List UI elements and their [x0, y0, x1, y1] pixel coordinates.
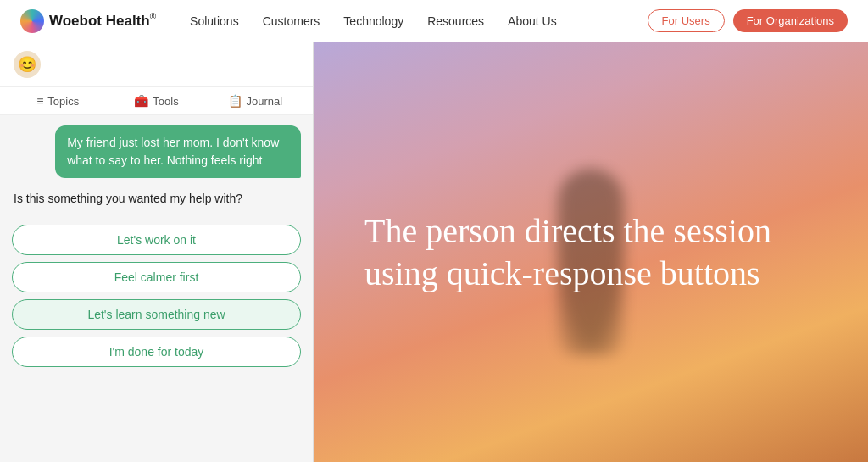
- tab-tools-label: Tools: [153, 95, 178, 108]
- nav-customers[interactable]: Customers: [263, 14, 320, 28]
- quick-reply-feel-calmer[interactable]: Feel calmer first: [12, 262, 301, 292]
- tools-icon: 🧰: [134, 94, 148, 108]
- tab-topics[interactable]: ≡ Topics: [8, 87, 107, 114]
- quick-replies: Let's work on it Feel calmer first Let's…: [12, 221, 301, 370]
- chat-tabs: ≡ Topics 🧰 Tools 📋 Journal: [0, 87, 313, 115]
- quick-reply-learn-something[interactable]: Let's learn something new: [12, 299, 301, 330]
- journal-icon: 📋: [228, 94, 242, 108]
- navbar: Woebot Health® Solutions Customers Techn…: [0, 0, 868, 42]
- nav-about-us[interactable]: About Us: [508, 14, 557, 28]
- logo-sup: ®: [150, 12, 156, 21]
- hero-panel: The person directs the session using qui…: [314, 42, 868, 462]
- logo-text: Woebot Health®: [49, 12, 156, 30]
- for-organizations-button[interactable]: For Organizations: [733, 9, 848, 32]
- quick-reply-work-on-it[interactable]: Let's work on it: [12, 225, 301, 255]
- hero-background: The person directs the session using qui…: [314, 42, 868, 462]
- tab-journal-label: Journal: [247, 95, 283, 108]
- user-message: My friend just lost her mom. I don't kno…: [55, 125, 301, 178]
- woebot-avatar: 😊: [14, 51, 41, 78]
- chat-header: 😊: [0, 42, 313, 87]
- logo: Woebot Health®: [20, 9, 156, 33]
- chat-body: My friend just lost her mom. I don't kno…: [0, 115, 313, 462]
- nav-links: Solutions Customers Technology Resources…: [190, 14, 648, 28]
- for-users-button[interactable]: For Users: [648, 9, 725, 32]
- hero-heading: The person directs the session using qui…: [364, 210, 788, 295]
- nav-solutions[interactable]: Solutions: [190, 14, 239, 28]
- tab-journal[interactable]: 📋 Journal: [206, 87, 304, 114]
- topics-icon: ≡: [36, 94, 43, 108]
- nav-technology[interactable]: Technology: [343, 14, 403, 28]
- hero-text: The person directs the session using qui…: [364, 210, 788, 295]
- main-content: 😊 ≡ Topics 🧰 Tools 📋 Journal My friend j…: [0, 42, 868, 462]
- bot-question: Is this something you wanted my help wit…: [12, 186, 301, 213]
- nav-actions: For Users For Organizations: [648, 9, 848, 32]
- tab-tools[interactable]: 🧰 Tools: [107, 87, 205, 114]
- avatar-emoji: 😊: [18, 55, 36, 74]
- logo-icon: [20, 9, 44, 33]
- quick-reply-done-today[interactable]: I'm done for today: [12, 337, 301, 367]
- nav-resources[interactable]: Resources: [427, 14, 484, 28]
- chat-panel: 😊 ≡ Topics 🧰 Tools 📋 Journal My friend j…: [0, 42, 314, 462]
- tab-topics-label: Topics: [47, 95, 79, 108]
